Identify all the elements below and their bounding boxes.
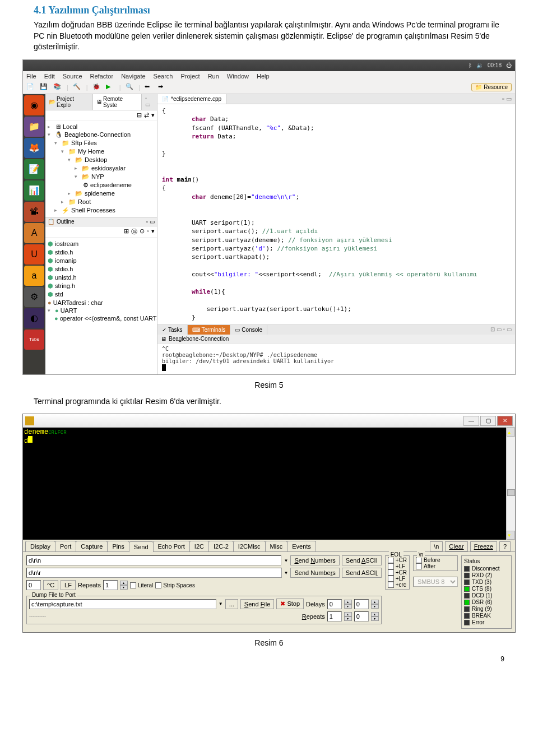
tab-send[interactable]: Send	[129, 541, 154, 552]
launcher-youtube[interactable]: Tube	[24, 330, 44, 350]
newline-button[interactable]: \n	[430, 541, 443, 551]
scrollbar[interactable]: ▴ ▾	[506, 428, 515, 540]
eol-cr1[interactable]: +CR	[388, 557, 407, 563]
menu-source[interactable]: Source	[63, 73, 82, 80]
tree-spideneme[interactable]: ▸📂spideneme	[48, 189, 155, 198]
editor-controls[interactable]: ▫ ▭	[499, 94, 515, 104]
ctrlc-button[interactable]: ^C	[43, 580, 58, 590]
stop-button[interactable]: ✖ Stop	[276, 599, 304, 609]
clear-button[interactable]: Clear	[445, 541, 467, 551]
send-numbers-1[interactable]: Send Numbers	[290, 555, 339, 565]
tab-pins[interactable]: Pins	[107, 541, 129, 551]
eol-lf1[interactable]: +LF	[388, 563, 407, 569]
delay2-spinner[interactable]: ▴▾	[371, 600, 379, 609]
outline-unistd[interactable]: ⬢unistd.h	[48, 273, 155, 282]
launcher-firefox[interactable]: 🦊	[24, 138, 44, 158]
tree-myhome[interactable]: ▾📁My Home	[48, 147, 155, 156]
launcher-dash[interactable]: ◉	[24, 95, 44, 115]
tree-eclipsedeneme[interactable]: ⚙eclipsedeneme	[48, 181, 155, 189]
tab-console[interactable]: ▭Console	[230, 325, 267, 335]
bottom-controls[interactable]: ⊡ ▭ ▫ ▭	[487, 325, 515, 335]
eol-cr2[interactable]: +CR	[388, 569, 407, 576]
power-icon[interactable]: ⏻	[506, 62, 512, 68]
browse-button[interactable]: ...	[225, 599, 238, 609]
menu-project[interactable]: Project	[180, 73, 200, 80]
outline-std[interactable]: ⬢std	[48, 290, 155, 299]
scroll-thumb[interactable]	[507, 489, 515, 496]
tree-connection[interactable]: ▾🐧Beaglebone-Connection	[48, 131, 155, 139]
repeats2b-spinner[interactable]: ▴▾	[371, 612, 379, 621]
run-icon[interactable]: ▶	[106, 83, 115, 92]
new-icon[interactable]: 📄	[26, 83, 35, 92]
editor-tab[interactable]: 📄*eclipsedeneme.cpp	[157, 94, 226, 104]
scroll-down[interactable]: ▾	[507, 531, 515, 540]
launcher-impress[interactable]: 📽	[24, 202, 44, 222]
tab-misc[interactable]: Misc	[265, 541, 288, 551]
smbus-select[interactable]: SMBUS 8	[413, 577, 458, 587]
send-numbers-2[interactable]: Send Numbers	[290, 568, 339, 578]
char-input[interactable]	[26, 580, 41, 590]
terminal-output[interactable]: ^C root@beaglebone:~/Desktop/NYP# ./ecli…	[157, 344, 515, 374]
launcher-eclipse[interactable]: ◐	[24, 308, 44, 328]
build-icon[interactable]: 🔨	[73, 83, 82, 92]
tab-i2c2[interactable]: I2C-2	[208, 541, 234, 551]
save-all-icon[interactable]: 📚	[53, 83, 62, 92]
strip-spaces-check[interactable]: Strip Spaces	[155, 582, 195, 588]
menu-search[interactable]: Search	[154, 73, 173, 80]
after-check[interactable]: After	[416, 563, 455, 569]
menu-run[interactable]: Run	[208, 73, 219, 80]
outline-operator[interactable]: ●operator <<(ostream&, const UART&) : o	[48, 314, 155, 322]
freeze-button[interactable]: Freeze	[470, 541, 497, 551]
menu-help[interactable]: Help	[257, 73, 270, 80]
help-button[interactable]: ?	[499, 541, 511, 551]
outline-uartadresi[interactable]: ●UARTadresi : char	[48, 299, 155, 307]
tab-echoport[interactable]: Echo Port	[153, 541, 190, 551]
tab-remote-systems[interactable]: 🖥Remote Syste	[93, 94, 142, 110]
tab-events[interactable]: Events	[287, 541, 316, 551]
scroll-up[interactable]: ▴	[507, 428, 515, 437]
launcher-amazon[interactable]: a	[24, 266, 44, 286]
tab-port[interactable]: Port	[55, 541, 76, 551]
launcher-writer[interactable]: 📝	[24, 159, 44, 179]
delay2-input[interactable]	[354, 599, 369, 609]
outline-stdio1[interactable]: ⬢stdio.h	[48, 248, 155, 257]
repeats-input[interactable]	[103, 580, 118, 590]
repeats-spinner[interactable]: ▴▾	[120, 581, 128, 590]
repeats2b-input[interactable]	[354, 611, 369, 622]
tree-nyp[interactable]: ▾📂NYP	[48, 173, 155, 181]
tree-sftp[interactable]: ▾📁Sftp Files	[48, 139, 155, 147]
back-icon[interactable]: ⬅	[145, 83, 154, 92]
tree-root[interactable]: ▸📁Root	[48, 198, 155, 206]
panel-controls[interactable]: ▫ ▭	[142, 94, 157, 110]
launcher-ubuntu[interactable]: U	[24, 244, 44, 265]
send-ascii-2[interactable]: Send ASCII	[342, 568, 382, 578]
search-icon[interactable]: 🔍	[126, 83, 134, 92]
forward-icon[interactable]: ➡	[158, 83, 167, 92]
outline-iomanip[interactable]: ⬢iomanip	[48, 257, 155, 265]
tab-display[interactable]: Display	[25, 541, 55, 551]
outline-iostream[interactable]: ⬢iostream	[48, 240, 155, 248]
save-icon[interactable]: 💾	[40, 83, 49, 92]
link-icon[interactable]: ⇄	[144, 112, 149, 119]
outline-header[interactable]: 📋Outline ▫ ▭	[45, 217, 157, 226]
delay1-spinner[interactable]: ▴▾	[344, 600, 352, 609]
menu-refactor[interactable]: Refactor	[90, 73, 114, 80]
outline-stdio2[interactable]: ⬢stdio.h	[48, 265, 155, 273]
launcher-software[interactable]: A	[24, 223, 44, 243]
eol-crc[interactable]: +crc	[388, 582, 407, 588]
tree-eskidosyalar[interactable]: ▸📂eskidosyalar	[48, 164, 155, 173]
menu-edit[interactable]: Edit	[44, 73, 55, 80]
outline-uart[interactable]: ▾●UART	[48, 307, 155, 314]
launcher-calc[interactable]: 📊	[24, 180, 44, 201]
repeats2-spinner[interactable]: ▴▾	[344, 612, 352, 621]
tab-project-explorer[interactable]: 📂Project Explo	[45, 94, 93, 110]
send-input-2[interactable]	[26, 568, 282, 578]
sound-icon[interactable]: 🔉	[476, 62, 483, 68]
lf-button[interactable]: LF	[61, 580, 76, 590]
terminal-display[interactable]: denemeCRLFCR d ▴ ▾	[23, 428, 515, 540]
repeats2-input[interactable]	[327, 611, 342, 622]
eol-lf2[interactable]: +LF	[388, 576, 407, 582]
tab-i2cmisc[interactable]: I2CMisc	[233, 541, 266, 551]
code-editor[interactable]: { char Data; fscanf (UARThandle, "%c", &…	[157, 104, 515, 324]
minimize-button[interactable]: —	[463, 416, 479, 426]
